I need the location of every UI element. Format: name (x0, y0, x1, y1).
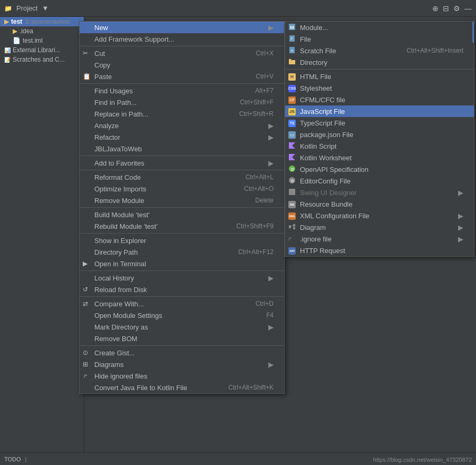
menu-item-cut[interactable]: ✂ Cut Ctrl+X (80, 47, 284, 59)
swing-ui-label: Swing UI Designer (300, 189, 357, 197)
optimize-imports-label: Optimize Imports (94, 185, 146, 193)
submenu-item-openapi[interactable]: ⚙ OpenAPI Specification (285, 163, 474, 175)
menu-item-mark-directory-as[interactable]: Mark Directory as ▶ (80, 321, 284, 333)
menu-item-find-usages[interactable]: Find Usages Alt+F7 (80, 85, 284, 96)
submenu-item-editorconfig[interactable]: ⚙ EditorConfig File (285, 175, 474, 187)
ignore-label: .ignore file (300, 235, 332, 243)
svg-text:F: F (291, 37, 293, 41)
menu-item-diagrams[interactable]: ⊞ Diagrams ▶ (80, 359, 284, 370)
menu-item-remove-module[interactable]: Remove Module Delete (80, 195, 284, 206)
top-bar: 📁 Project ▼ ⊕ ⊟ ⚙ — (0, 0, 476, 17)
separator-9 (80, 345, 284, 346)
menu-item-open-module-settings[interactable]: Open Module Settings F4 (80, 309, 284, 321)
submenu-item-diagram[interactable]: Diagram ▶ (285, 221, 474, 233)
cut-shortcut: Ctrl+X (256, 50, 274, 57)
local-history-arrow: ▶ (268, 274, 274, 282)
remove-module-shortcut: Delete (255, 197, 274, 204)
menu-item-compare-with[interactable]: ⇄ Compare With... Ctrl+D (80, 298, 284, 309)
submenu-item-ts[interactable]: TS TypeScript File (285, 117, 474, 129)
submenu-item-kotlin-script[interactable]: Kotlin Script (285, 140, 474, 152)
menu-item-create-gist[interactable]: ⊙ Create Gist... (80, 347, 284, 359)
submenu-item-js[interactable]: JS JavaScript File (285, 105, 474, 117)
ts-label: TypeScript File (300, 119, 345, 127)
submenu-item-html[interactable]: H HTML File (285, 71, 474, 82)
kotlin-script-icon (288, 142, 296, 151)
reload-from-disk-label: Reload from Disk (94, 286, 147, 294)
html-label: HTML File (300, 73, 331, 81)
submenu-item-swing-ui[interactable]: Swing UI Designer ▶ (285, 187, 474, 198)
separator-8 (80, 296, 284, 297)
top-bar-icon-minimize[interactable]: — (464, 4, 472, 13)
top-bar-icon-sync[interactable]: ⊕ (432, 4, 439, 13)
copy-label: Copy (94, 61, 110, 69)
menu-item-convert-java[interactable]: Convert Java File to Kotlin File Ctrl+Al… (80, 382, 284, 393)
separator-2 (80, 83, 284, 84)
submenu-item-module[interactable]: M Module... (285, 22, 474, 33)
http-request-label: HTTP Request (300, 247, 345, 255)
menu-item-add-to-favorites[interactable]: Add to Favorites ▶ (80, 157, 284, 169)
find-usages-label: Find Usages (94, 87, 133, 95)
file-icon: F (288, 35, 296, 44)
menu-item-show-in-explorer[interactable]: Show in Explorer (80, 235, 284, 246)
svg-text:S: S (291, 49, 293, 52)
submenu-item-pkg-json[interactable]: { } package.json File (285, 129, 474, 140)
submenu-item-http-request[interactable]: API HTTP Request (285, 245, 474, 256)
new-label: New (94, 24, 108, 32)
status-bar-todo: TODO (4, 456, 21, 462)
menu-item-reload-from-disk[interactable]: ↺ Reload from Disk (80, 284, 284, 295)
menu-item-copy[interactable]: Copy (80, 59, 284, 71)
sidebar-item-idea[interactable]: ▶ .idea (0, 26, 84, 36)
sidebar-item-external-libraries[interactable]: 📊 External Librari... (0, 45, 84, 55)
add-to-favorites-label: Add to Favorites (94, 159, 144, 167)
menu-item-local-history[interactable]: Local History ▶ (80, 272, 284, 284)
top-bar-dropdown-icon[interactable]: ▼ (42, 4, 48, 12)
submenu-item-stylesheet[interactable]: CSS Stylesheet (285, 82, 474, 94)
directory-label: Directory (300, 59, 327, 66)
menu-item-replace-in-path[interactable]: Replace in Path... Ctrl+Shift+R (80, 108, 284, 120)
js-icon: JS (288, 107, 297, 115)
svg-marker-7 (289, 154, 295, 160)
menu-item-paste[interactable]: 📋 Paste Ctrl+V (80, 71, 284, 82)
menu-item-add-framework[interactable]: Add Framework Support... (80, 33, 284, 45)
menu-item-remove-bom[interactable]: Remove BOM (80, 333, 284, 344)
menu-item-hide-ignored[interactable]: .i* Hide ignored files (80, 370, 284, 382)
menu-item-reformat-code[interactable]: Reformat Code Ctrl+Alt+L (80, 171, 284, 183)
cfml-label: CFML/CFC file (300, 96, 345, 104)
menu-item-open-in-terminal[interactable]: ▶ Open in Terminal (80, 258, 284, 269)
ignore-icon: .i* (83, 373, 87, 379)
idea-folder-icon: ▶ (13, 27, 17, 35)
submenu-item-resource-bundle[interactable]: RB Resource Bundle (285, 198, 474, 210)
ignore-file-icon: .i* (287, 236, 292, 241)
test-folder-icon: ▶ (4, 18, 9, 25)
submenu-item-file[interactable]: F File (285, 33, 474, 45)
submenu-item-ignore[interactable]: .i* .ignore file ▶ (285, 233, 474, 245)
submenu-item-xml-config[interactable]: XML XML Configuration File ▶ (285, 210, 474, 221)
directory-icon (288, 58, 296, 67)
diagram-arrow: ▶ (458, 224, 463, 231)
menu-item-new[interactable]: New ▶ (80, 22, 284, 33)
sidebar-item-test[interactable]: ▶ test D:\javamen\aa\test (0, 17, 84, 26)
compare-with-shortcut: Ctrl+D (256, 300, 274, 307)
svg-text:M: M (290, 25, 294, 30)
sidebar-item-scratches[interactable]: 📝 Scratches and C... (0, 55, 84, 64)
idea-folder-label: .idea (20, 27, 33, 35)
menu-item-refactor[interactable]: Refactor ▶ (80, 131, 284, 143)
top-bar-icon-settings[interactable]: ⚙ (453, 4, 460, 13)
submenu-item-cfml[interactable]: CF CFML/CFC file (285, 94, 474, 105)
html-icon: H (288, 72, 297, 81)
separator-1 (80, 46, 284, 46)
menu-item-build-module[interactable]: Build Module 'test' (80, 209, 284, 220)
add-to-favorites-arrow: ▶ (268, 159, 274, 167)
menu-item-jbl[interactable]: JBLJavaToWeb (80, 143, 284, 154)
show-in-explorer-label: Show in Explorer (94, 237, 146, 245)
menu-item-rebuild-module[interactable]: Rebuild Module 'test' Ctrl+Shift+F9 (80, 220, 284, 232)
top-bar-icon-collapse[interactable]: ⊟ (443, 4, 449, 13)
sidebar-item-iml[interactable]: 📄 test.iml (0, 36, 84, 45)
menu-item-find-in-path[interactable]: Find in Path... Ctrl+Shift+F (80, 96, 284, 108)
submenu-item-directory[interactable]: Directory (285, 56, 474, 68)
menu-item-optimize-imports[interactable]: Optimize Imports Ctrl+Alt+O (80, 183, 284, 195)
submenu-item-scratch-file[interactable]: S Scratch File Ctrl+Alt+Shift+Insert (285, 45, 474, 56)
menu-item-directory-path[interactable]: Directory Path Ctrl+Alt+F12 (80, 246, 284, 258)
submenu-item-kotlin-worksheet[interactable]: Kotlin Worksheet (285, 152, 474, 163)
menu-item-analyze[interactable]: Analyze ▶ (80, 120, 284, 131)
